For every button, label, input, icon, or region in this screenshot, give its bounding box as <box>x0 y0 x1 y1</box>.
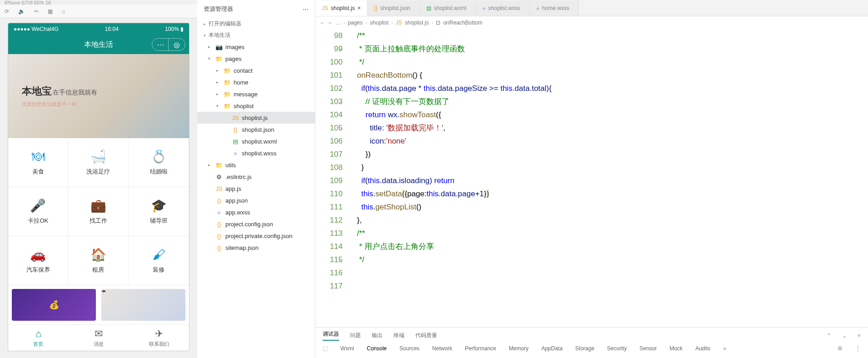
project-section[interactable]: ▾本地生活 <box>197 30 315 41</box>
tree-row[interactable]: {}sitemap.json <box>197 242 315 254</box>
devtools-tabs-1: 调试器问题输出终端代码质量⌃⌄× <box>315 328 868 343</box>
tree-row[interactable]: ⟐shoplist.wxss <box>197 147 315 159</box>
tab-item[interactable]: ⌂首页 <box>8 325 69 351</box>
line-number: 100 <box>315 55 343 69</box>
volume-icon[interactable]: 🔉 <box>18 8 25 15</box>
tree-row[interactable]: ▸📁contact <box>197 65 315 76</box>
more-icon[interactable]: ⋮ <box>855 345 861 352</box>
devtools-subtab[interactable]: Security <box>607 345 627 352</box>
tree-row[interactable]: ▾📁pages <box>197 53 315 65</box>
file-icon: 📁 <box>224 67 231 74</box>
line-number: 110 <box>315 187 343 200</box>
devtools-subtab[interactable]: Mock <box>669 345 683 352</box>
close-icon[interactable]: ◎ <box>169 39 185 50</box>
promo-2[interactable]: ☂ <box>101 289 185 321</box>
editor-tab[interactable]: {}shoplist.json <box>368 0 420 16</box>
tab-name: home.wxss <box>542 5 569 11</box>
editor-tab[interactable]: ▤shoplist.wxml <box>420 0 476 16</box>
tab-item[interactable]: ✉消息 <box>69 325 129 351</box>
tab-name: shoplist.wxml <box>434 5 466 11</box>
layers-icon[interactable]: ▦ <box>48 8 53 15</box>
devtools-subtab[interactable]: Console <box>367 345 387 352</box>
line-number: 105⌄ <box>315 121 343 134</box>
overflow-icon[interactable]: » <box>723 345 726 352</box>
tree-row[interactable]: ▸📷images <box>197 41 315 53</box>
grid-item[interactable]: 💍结婚啦 <box>129 138 189 187</box>
grid-item[interactable]: 🎤卡拉OK <box>8 187 69 236</box>
grid-item[interactable]: 🛁洗浴足疗 <box>69 138 129 187</box>
devtools-subtab[interactable]: Wxml <box>340 345 354 352</box>
close-icon[interactable]: × <box>358 5 361 11</box>
tree-row[interactable]: {}project.config.json <box>197 218 315 230</box>
file-name: shoplist.wxss <box>242 150 277 157</box>
chevron-up-icon[interactable]: ⌃ <box>827 333 831 339</box>
open-editors-section[interactable]: ▸打开的编辑器 <box>197 18 315 30</box>
banner[interactable]: 本地宝在手信息我就有 优质的您生活就是不一样 <box>8 54 189 138</box>
tree-row[interactable]: ▸📁utils <box>197 159 315 171</box>
tree-row[interactable]: {}project.private.config.json <box>197 230 315 242</box>
more-icon[interactable]: ⋯ <box>152 39 169 50</box>
tree-row[interactable]: ⟐app.wxss <box>197 206 315 218</box>
status-left: ●●●●● WeChat4G <box>14 26 59 32</box>
grid-item[interactable]: 🎓辅导班 <box>129 187 189 236</box>
nav-arrows[interactable]: ← → <box>320 20 332 26</box>
tree-row[interactable]: ▾📁shoplist <box>197 100 315 112</box>
grid-item[interactable]: 💼找工作 <box>69 187 129 236</box>
tree-row[interactable]: ▤shoplist.wxml <box>197 135 315 147</box>
tab-item[interactable]: ✈联系我们 <box>129 325 189 351</box>
devtools-subtab[interactable]: AppData <box>541 345 563 352</box>
tree-row[interactable]: ▸📁home <box>197 76 315 88</box>
code-area[interactable]: 9899⌄100101102⌄103⌄104105⌄10610710810911… <box>315 29 868 327</box>
file-icon: ⟐ <box>215 209 223 216</box>
tree-row[interactable]: ⚙.eslintrc.js <box>197 171 315 183</box>
file-name: shoplist.json <box>242 126 274 133</box>
devtools-tab[interactable]: 输出 <box>372 332 383 339</box>
promo-1[interactable]: 💰 <box>12 289 96 321</box>
devtools-subtab[interactable]: Sources <box>399 345 419 352</box>
line-number: 107 <box>315 148 343 161</box>
code[interactable]: /** * 页面上拉触底事件的处理函数 */ onReachBottom() {… <box>351 29 868 327</box>
tree-row[interactable]: ▸📁message <box>197 88 315 100</box>
grid-item[interactable]: 🍽美食 <box>8 138 69 187</box>
refresh-icon[interactable]: ⟳ <box>5 8 9 15</box>
devtools-subtab[interactable]: Audits <box>695 345 710 352</box>
file-icon: 📁 <box>224 91 231 98</box>
breadcrumb[interactable]: ← → …› pages› shoplist› JS shoplist.js› … <box>315 16 868 29</box>
devtools-subtab[interactable]: Storage <box>575 345 594 352</box>
grid-item[interactable]: 🚗汽车保养 <box>8 236 69 285</box>
line-number: 109 <box>315 174 343 187</box>
chevron-down-icon[interactable]: ⌄ <box>842 333 847 339</box>
inspect-icon[interactable]: ⬚ <box>323 345 328 352</box>
grid-item[interactable]: 🖌装修 <box>129 236 189 285</box>
tree-row[interactable]: JSshoplist.js <box>197 112 315 124</box>
more-icon[interactable]: ⋯ <box>303 6 309 13</box>
devtools-subtab[interactable]: Memory <box>509 345 529 352</box>
tree-row[interactable]: {}app.json <box>197 194 315 206</box>
devtools-subtab[interactable]: Performance <box>465 345 496 352</box>
home-icon[interactable]: ⌂ <box>62 8 65 15</box>
banner-desc: 优质的您生活就是不一样 <box>22 101 97 108</box>
category-icon: 🚗 <box>30 247 46 262</box>
devtools-tab[interactable]: 代码质量 <box>415 332 437 339</box>
editor-tab[interactable]: ⟐home.wxss <box>530 0 579 16</box>
devtools-subtab[interactable]: Sensor <box>639 345 657 352</box>
simulator-panel: iPhone 6/7/8 65% 16 ⟳ 🔉 ✂ ▦ ⌂ ●●●●● WeCh… <box>0 0 197 358</box>
cut-icon[interactable]: ✂ <box>34 8 39 15</box>
gear-icon[interactable]: ⚙ <box>838 345 843 352</box>
devtools-tab[interactable]: 调试器 <box>323 330 339 341</box>
editor-tab[interactable]: JSshoplist.js× <box>315 0 368 16</box>
editor-tab[interactable]: ⟐shoplist.wxss <box>476 0 530 16</box>
devtools-subtab[interactable]: Network <box>432 345 452 352</box>
grid-item[interactable]: 🏠租房 <box>69 236 129 285</box>
capsule[interactable]: ⋯ ◎ <box>152 38 185 51</box>
devtools-tab[interactable]: 终端 <box>394 332 404 339</box>
close-icon[interactable]: × <box>858 333 861 339</box>
line-number: 116 <box>315 266 343 279</box>
category-grid: 🍽美食🛁洗浴足疗💍结婚啦🎤卡拉OK💼找工作🎓辅导班🚗汽车保养🏠租房🖌装修 <box>8 138 189 285</box>
tree-row[interactable]: {}shoplist.json <box>197 124 315 135</box>
category-label: 找工作 <box>90 217 107 225</box>
status-time: 16:04 <box>105 26 119 32</box>
app-nav: 本地生活 ⋯ ◎ <box>8 35 189 54</box>
devtools-tab[interactable]: 问题 <box>350 332 361 339</box>
tree-row[interactable]: JSapp.js <box>197 183 315 194</box>
